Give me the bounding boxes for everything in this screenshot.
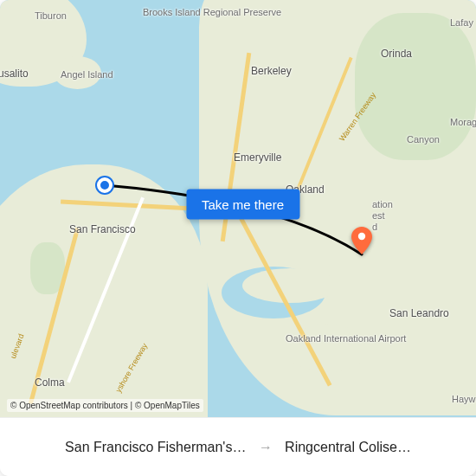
map-place-label: est [372,210,385,221]
map-place-label: Tiburon [35,10,67,21]
route-from-label: San Francisco Fisherman's W… [65,440,247,455]
map-place-label: Angel Island [61,69,113,80]
map-place-label: Oakland International Airport [286,333,406,344]
map-place-label: Hayw [452,394,476,404]
map-place-label: Lafay [450,17,473,28]
map-place-label: ation [372,199,393,209]
map-attribution: © OpenStreetMap contributors | © OpenMap… [7,399,203,412]
map-canvas[interactable]: TiburonBrooks Island Regional PreserveOr… [0,0,476,417]
map-place-label: San Leandro [389,307,449,319]
take-me-there-button[interactable]: Take me there [186,190,299,220]
land-airport [286,325,368,372]
map-place-label: d [372,222,377,232]
map-place-label: Morag [450,117,476,127]
land-alameda [242,268,338,303]
map-place-label: Berkeley [251,65,292,77]
map-place-label: Orinda [381,48,412,60]
origin-marker [97,177,113,193]
map-place-label: Canyon [407,134,440,145]
map-place-label: Colma [35,376,65,389]
destination-marker [351,227,372,254]
map-place-label: Emeryville [234,151,281,164]
map-place-label: Brooks Island Regional Preserve [143,7,281,17]
route-card: TiburonBrooks Island Regional PreserveOr… [0,0,476,476]
map-place-label: San Francisco [69,223,136,235]
arrow-icon: → [259,440,273,455]
map-place-label: usalito [0,68,29,80]
route-to-label: Ringcentral Colise… [285,440,411,455]
svg-point-0 [358,233,365,240]
route-footer: San Francisco Fisherman's W… → Ringcentr… [0,417,476,476]
